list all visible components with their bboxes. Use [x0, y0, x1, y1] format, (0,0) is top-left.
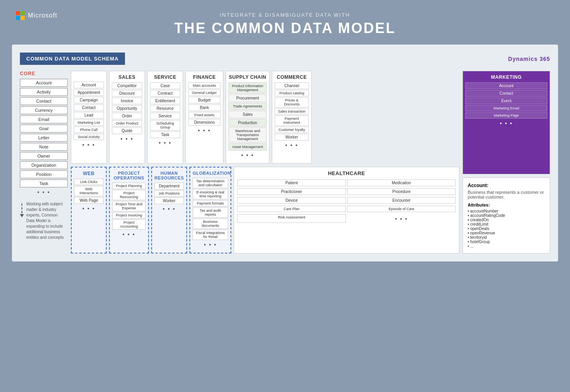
ms-logo: Microsoft — [16, 11, 57, 20]
hc-risk: Risk Assessment — [237, 214, 346, 223]
sales-base-socialact: Social Activity — [74, 134, 104, 140]
logo-yellow — [21, 16, 25, 20]
sales-base-contact: Contact — [74, 104, 104, 111]
sales-base-lead: Lead — [74, 112, 104, 119]
supply-chain-title: SUPPLY CHAIN — [228, 74, 267, 80]
commerce-catalog: Product catalog — [275, 90, 309, 96]
core-item-letter: Letter — [20, 134, 68, 142]
sc-trade: Trade Agreements — [228, 103, 267, 110]
schema-header: COMMON DATA MODEL SCHEMA Dynamics 365 — [20, 53, 550, 65]
right-panel: MARKETING Account Contact Event Marketin… — [463, 71, 550, 254]
commerce-sales-tx: Sales transaction — [275, 108, 309, 115]
sales-base-phonecall: Phone Call — [74, 127, 104, 133]
sales-base-dots: • • • — [74, 142, 104, 148]
project-invoicing: Project Invoicing — [112, 212, 146, 218]
hc-practicioner: Practicioner — [237, 188, 346, 195]
project-title: PROJECT OPERATIONS — [112, 171, 146, 180]
attr-open-revenue: openRevenue — [468, 231, 545, 235]
sales-order-product: Order Product — [112, 120, 142, 127]
commerce-payment: Payment instrument — [275, 115, 309, 126]
account-info-subtitle: Business that represents a customer or p… — [468, 190, 545, 199]
logo-blue — [16, 16, 20, 20]
web-col: WEB Link Clicks Web Interactions Web Pag… — [71, 167, 107, 254]
healthcare-section: HEALTHCARE Patient Medication Practicion… — [234, 167, 459, 254]
healthcare-title: HEALTHCARE — [237, 170, 456, 176]
glob-dots: • • • — [193, 242, 228, 248]
sc-warehouse: Warehouse and Transportation Management — [228, 127, 267, 142]
core-item-currency: Currency — [20, 106, 68, 114]
web-link-clicks: Link Clicks — [74, 179, 103, 185]
finance-fixed-assets: Fixed assets — [188, 112, 221, 118]
service-task: Task — [150, 131, 180, 138]
hc-device: Device — [237, 197, 346, 204]
project-resourcing: Project Resourcing — [112, 190, 146, 200]
core-item-account: Account — [20, 79, 68, 87]
bottom-row: WEB Link Clicks Web Interactions Web Pag… — [71, 167, 459, 254]
glob-einvoicing: E-invoicing & real time reporting — [193, 189, 228, 199]
project-col: PROJECT OPERATIONS Project Planning Proj… — [109, 167, 149, 254]
service-col: SERVICE Case Contract Entitlement Resour… — [147, 71, 183, 164]
core-item-task: Task — [20, 179, 68, 187]
service-case: Case — [150, 82, 180, 89]
mkt-page: Marketing Page — [465, 112, 547, 119]
marketing-title: MARKETING — [465, 74, 547, 80]
core-label: CORE — [20, 71, 68, 76]
marketing-col: MARKETING Account Contact Event Marketin… — [463, 71, 550, 174]
account-info-attrs-label: Attributes: — [468, 203, 545, 207]
expanding-text: Working with subject matter & industry e… — [26, 199, 66, 242]
sales-invoice: Invoice — [112, 98, 142, 104]
core-dots: • • • — [20, 189, 68, 195]
hc-episode: Episode of Care — [347, 206, 456, 212]
service-dots: • • • — [150, 140, 180, 146]
finance-main-accounts: Main accounts — [188, 82, 221, 89]
web-page: Web Page — [74, 197, 103, 204]
finance-col: FINANCE Main accounts General Ledger Bud… — [185, 71, 223, 164]
glob-tax-audit: Tax and audit reports — [193, 207, 228, 218]
finance-dimensions: Dimensions — [188, 119, 221, 126]
project-planning: Project Planning — [112, 183, 146, 189]
hc-care-plan: Care Plan — [237, 206, 346, 212]
hr-col: HUMAN RESOURCES Department Job Positions… — [151, 167, 187, 254]
commerce-prices: Prices & Discounts — [275, 97, 309, 107]
sales-opportunity: Opportunity — [112, 105, 142, 112]
web-interactions: Web Interactions — [74, 186, 103, 196]
account-info-title: Account: — [468, 183, 545, 188]
attr-account-number: accountNumber — [468, 209, 545, 213]
sc-asset: Asset Management — [228, 143, 267, 150]
commerce-dots: • • • — [275, 142, 309, 148]
main-container: COMMON DATA MODEL SCHEMA Dynamics 365 CO… — [12, 45, 558, 261]
top-row: Account Appointment Campaign Contact Lea… — [71, 71, 459, 164]
content-grid: CORE Account Activity Contact Currency E… — [20, 71, 550, 254]
mkt-contact: Contact — [465, 90, 547, 97]
service-title: SERVICE — [150, 74, 180, 80]
supply-chain-col: SUPPLY CHAIN Product Information Managem… — [226, 71, 269, 164]
core-item-note: Note — [20, 143, 68, 151]
commerce-loyalty: Customer loyalty — [275, 127, 309, 133]
middle-section: Account Appointment Campaign Contact Lea… — [71, 71, 459, 254]
glob-fiscal: Fiscal integrations for Retail — [193, 230, 228, 240]
project-time-expense: Project Time and Expense — [112, 201, 146, 211]
commerce-channel: Channel — [275, 82, 309, 89]
service-scheduling: Scheduling Group — [150, 120, 180, 131]
hr-worker: Worker — [154, 197, 184, 204]
glob-tax-det: Tax determination and calcultaion — [193, 178, 228, 188]
core-item-position: Position — [20, 170, 68, 178]
hr-dept: Department — [154, 183, 184, 189]
hc-procedure: Procedure — [347, 188, 456, 195]
hr-job: Job Positions — [154, 190, 184, 197]
account-info-box: Account: Business that represents a cust… — [463, 177, 550, 254]
sales-base-mktlist: Marketing List — [74, 119, 104, 126]
mkt-dots: • • • — [465, 120, 547, 127]
sc-pim: Product Information Management — [228, 82, 267, 94]
sales-col: SALES Competitor Discount Invoice Opport… — [109, 71, 145, 164]
web-dots: • • • — [74, 205, 103, 212]
page-header: Microsoft INTEGRATE & DISAMBIGUATE DATA … — [0, 0, 570, 45]
finance-title: FINANCE — [188, 74, 221, 80]
service-entitlement: Entitlement — [150, 98, 180, 104]
sc-proc: Procurement — [228, 94, 267, 102]
attr-created-on: createdOn — [468, 218, 545, 222]
core-item-activity: Activity — [20, 88, 68, 96]
mkt-event: Event — [465, 98, 547, 104]
logo-green — [21, 11, 25, 15]
web-title: WEB — [74, 171, 103, 176]
